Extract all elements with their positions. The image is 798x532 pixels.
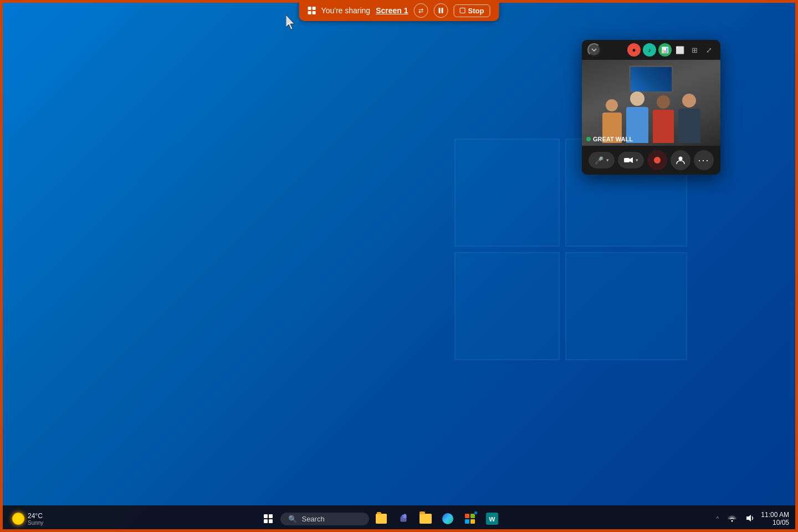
store-notification-dot — [474, 511, 478, 515]
taskbar-right: ^ — [705, 511, 798, 526]
search-label: Search — [301, 515, 324, 523]
folder-icon — [376, 514, 387, 524]
stop-sharing-button[interactable]: Stop — [454, 4, 490, 17]
record-button[interactable] — [647, 150, 667, 170]
svg-point-7 — [401, 516, 404, 519]
meeting-controls: 🎤 ▾ ▾ — [582, 146, 720, 175]
network-icon[interactable] — [725, 511, 739, 526]
meeting-name-label: GREAT WALL — [586, 136, 633, 142]
taskbar-app-extra[interactable]: w — [482, 509, 502, 529]
pause-sharing-button[interactable] — [434, 3, 448, 18]
participant-3 — [653, 95, 674, 143]
screen-share-banner: You're sharing Screen 1 ⇄ Stop — [299, 0, 499, 21]
mic-icon: 🎤 — [594, 155, 604, 165]
svg-point-6 — [404, 514, 407, 516]
meeting-name: GREAT WALL — [593, 136, 633, 142]
swap-display-button[interactable]: ⇄ — [414, 3, 428, 18]
taskbar-left: 24°C Sunny — [0, 510, 55, 528]
stop-label: Stop — [468, 7, 484, 15]
store-icon — [465, 514, 475, 524]
person-icon — [676, 155, 686, 165]
teams-icon — [397, 513, 410, 525]
svg-marker-11 — [746, 515, 751, 521]
screen-link[interactable]: Screen 1 — [376, 6, 408, 15]
participant-4-body — [678, 109, 700, 143]
taskbar-app-files[interactable] — [371, 509, 391, 529]
camera-chevron: ▾ — [636, 157, 638, 163]
taskbar: 24°C Sunny 🔍 Search — [0, 505, 798, 532]
sharing-text: You're sharing — [321, 6, 371, 15]
camera-icon — [623, 155, 633, 165]
camera-button[interactable]: ▾ — [618, 152, 644, 168]
grid-icon — [308, 7, 316, 14]
widget-grid-icon[interactable]: ⊞ — [688, 44, 700, 56]
edge-icon — [442, 513, 453, 524]
meeting-video-area: GREAT WALL — [582, 60, 720, 146]
active-indicator — [586, 137, 591, 141]
widget-right-icons: ● ♪ 📊 ⬜ ⊞ ⤢ — [627, 43, 715, 57]
taskbar-center: 🔍 Search — [55, 509, 705, 529]
volume-icon[interactable] — [743, 511, 756, 526]
start-button[interactable] — [258, 509, 278, 529]
weather-temperature: 24°C — [28, 512, 43, 520]
svg-point-10 — [732, 520, 733, 521]
widget-audio-button[interactable]: ♪ — [643, 43, 656, 57]
file-manager-icon — [420, 514, 432, 524]
mic-button[interactable]: 🎤 ▾ — [589, 152, 615, 168]
search-bar[interactable]: 🔍 Search — [280, 513, 369, 525]
stop-icon — [460, 8, 466, 13]
svg-point-3 — [679, 157, 683, 161]
mouse-cursor — [286, 15, 297, 33]
clock-date: 10/05 — [773, 519, 789, 526]
weather-widget[interactable]: 24°C Sunny — [7, 510, 49, 528]
clock-widget[interactable]: 11:00 AM 10/05 — [761, 511, 789, 526]
widget-toolbar: ● ♪ 📊 ⬜ ⊞ ⤢ — [582, 40, 720, 60]
taskbar-app-store[interactable] — [460, 509, 480, 529]
svg-marker-1 — [630, 157, 633, 163]
participant-3-head — [657, 95, 670, 109]
windows-logo-icon — [264, 514, 273, 523]
widget-collapse-button[interactable] — [587, 43, 601, 57]
meeting-widget: ● ♪ 📊 ⬜ ⊞ ⤢ — [582, 40, 720, 175]
svg-point-2 — [654, 157, 661, 163]
widget-window-icon[interactable]: ⬜ — [674, 44, 686, 56]
participant-2-head — [630, 91, 644, 106]
more-dots: ··· — [698, 155, 709, 165]
mic-chevron: ▾ — [606, 157, 609, 163]
svg-text:w: w — [489, 514, 495, 523]
participants-button[interactable] — [671, 150, 690, 170]
weather-text: 24°C Sunny — [28, 512, 43, 526]
taskbar-app-edge[interactable] — [438, 509, 458, 529]
participant-3-body — [653, 110, 674, 143]
more-options-button[interactable]: ··· — [694, 150, 714, 170]
participant-4-head — [682, 94, 696, 108]
video-background: GREAT WALL — [582, 60, 720, 146]
svg-rect-0 — [624, 158, 630, 162]
taskbar-app-teams[interactable] — [393, 509, 413, 529]
widget-stats-button[interactable]: 📊 — [658, 43, 672, 57]
extra-app-icon: w — [486, 513, 498, 525]
weather-sun-icon — [12, 513, 24, 525]
record-icon — [652, 155, 662, 165]
taskbar-app-file-manager[interactable] — [416, 509, 436, 529]
desktop: You're sharing Screen 1 ⇄ Stop — [0, 0, 798, 532]
weather-condition: Sunny — [28, 520, 43, 526]
participant-1-head — [606, 99, 618, 111]
clock-time: 11:00 AM — [761, 511, 789, 519]
search-icon: 🔍 — [288, 515, 297, 523]
tray-expand-button[interactable]: ^ — [714, 514, 722, 524]
widget-record-indicator[interactable]: ● — [627, 43, 641, 57]
widget-popout-icon[interactable]: ⤢ — [703, 44, 715, 56]
desktop-windows-logo — [454, 139, 687, 382]
participant-4 — [678, 94, 700, 143]
